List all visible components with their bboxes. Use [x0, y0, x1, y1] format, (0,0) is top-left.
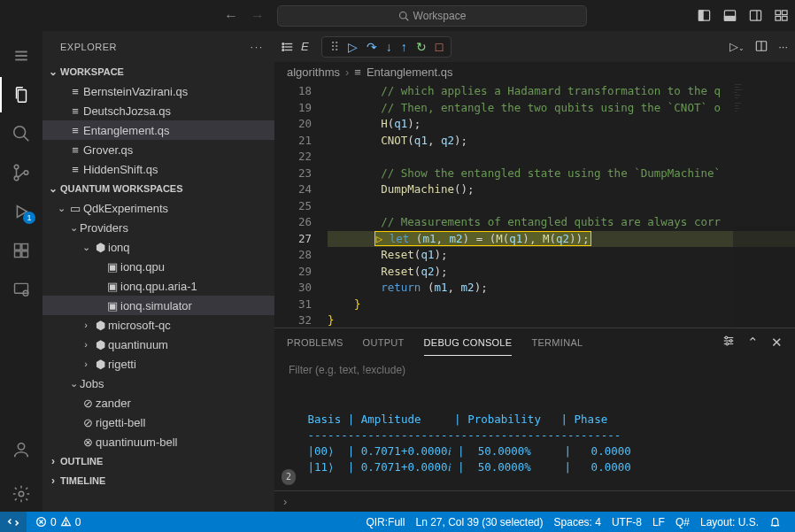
chevron-down-icon: ⌄ [46, 182, 60, 195]
provider-microsoft[interactable]: ›⬢microsoft-qc [42, 315, 274, 335]
svg-point-40 [725, 336, 728, 339]
job-item[interactable]: ⊗quantinuum-bell [42, 432, 274, 451]
target-item[interactable]: ▣ionq.simulator [42, 296, 274, 315]
target-item[interactable]: ▣ionq.qpu.aria-1 [42, 276, 274, 296]
status-errors[interactable]: 0 0 [30, 516, 86, 528]
status-bell-icon[interactable] [764, 516, 786, 528]
svg-rect-24 [22, 244, 28, 251]
layout-panel-icon[interactable] [723, 9, 737, 22]
source-control-icon[interactable] [0, 155, 42, 190]
console-filter-input[interactable] [287, 360, 783, 380]
status-profile[interactable]: QIR:Full [360, 516, 410, 528]
svg-point-32 [282, 42, 284, 44]
layout-secondary-icon[interactable] [749, 9, 762, 22]
provider-quantinuum[interactable]: ›⬢quantinuum [42, 335, 274, 354]
more-icon[interactable]: ··· [778, 40, 788, 53]
tab-label[interactable]: E [301, 40, 309, 53]
job-item[interactable]: ⊘rigetti-bell [42, 412, 274, 432]
provider-rigetti[interactable]: ›⬢rigetti [42, 354, 274, 374]
tab-debug-console[interactable]: DEBUG CONSOLE [424, 330, 513, 356]
target-item[interactable]: ▣ionq.qpu [42, 257, 274, 276]
tab-output[interactable]: OUTPUT [363, 330, 405, 355]
step-into-icon[interactable]: ↓ [383, 40, 395, 54]
account-icon[interactable] [0, 432, 42, 467]
nav-back-icon[interactable]: ← [224, 8, 238, 24]
repl-input[interactable]: › [274, 490, 795, 512]
nav-forward-icon[interactable]: → [251, 8, 265, 24]
list-icon[interactable] [282, 41, 294, 53]
breadcrumb-file[interactable]: Entanglement.qs [367, 66, 453, 79]
status-encoding[interactable]: UTF-8 [606, 516, 647, 528]
breadcrumb-folder[interactable]: algorithms [287, 66, 340, 79]
sidebar-more-icon[interactable]: ··· [251, 42, 264, 52]
settings-gear-icon[interactable] [0, 476, 42, 512]
section-workspace[interactable]: ⌄ WORKSPACE [42, 62, 274, 81]
status-eol[interactable]: LF [647, 516, 670, 528]
svg-point-27 [18, 443, 24, 450]
chevron-down-icon: ⌄ [46, 66, 60, 78]
step-out-icon[interactable]: ↑ [398, 40, 410, 54]
layout-primary-icon[interactable] [698, 9, 711, 22]
tab-problems[interactable]: PROBLEMS [287, 330, 343, 355]
file-item[interactable]: ≡DeutschJozsa.qs [42, 101, 274, 120]
extensions-icon[interactable] [0, 233, 42, 268]
svg-line-1 [405, 18, 408, 20]
workspace-node[interactable]: ⌄▭QdkExperiments [42, 198, 274, 218]
svg-rect-10 [776, 16, 781, 20]
panel-close-icon[interactable]: ✕ [771, 335, 783, 351]
search-activity-icon[interactable] [0, 116, 42, 151]
remote-explorer-icon[interactable] [0, 272, 42, 307]
debug-drag-icon[interactable]: ⠿ [328, 40, 342, 54]
provider-ionq[interactable]: ⌄⬢ionq [42, 237, 274, 257]
status-layout[interactable]: Layout: U.S. [695, 516, 764, 528]
section-quantum[interactable]: ⌄ QUANTUM WORKSPACES [42, 179, 274, 198]
file-item[interactable]: ≡Grover.qs [42, 140, 274, 159]
section-timeline[interactable]: › TIMELINE [42, 471, 274, 490]
svg-point-19 [24, 171, 28, 175]
section-outline[interactable]: › OUTLINE [42, 451, 274, 471]
remote-indicator[interactable] [0, 512, 27, 532]
file-item[interactable]: ≡HiddenShift.qs [42, 159, 274, 179]
panel-settings-icon[interactable] [722, 335, 735, 351]
status-spaces[interactable]: Spaces: 4 [549, 516, 606, 528]
file-item[interactable]: ≡BernsteinVazirani.qs [42, 81, 274, 101]
split-editor-icon[interactable] [755, 40, 768, 53]
step-over-icon[interactable]: ↷ [364, 40, 380, 54]
status-lang[interactable]: Q# [670, 516, 695, 528]
explorer-icon[interactable] [0, 77, 42, 112]
status-cursor[interactable]: Ln 27, Col 39 (30 selected) [410, 516, 548, 528]
file-item[interactable]: ≡Entanglement.qs [42, 120, 274, 140]
continue-icon[interactable]: ▷ [345, 40, 360, 54]
package-icon: ⬢ [92, 319, 108, 332]
stop-icon[interactable]: □ [433, 40, 445, 54]
job-item[interactable]: ⊘zander [42, 393, 274, 412]
svg-rect-23 [22, 251, 28, 258]
code-editor[interactable]: 181920212223242526▷272829303132 // which… [274, 81, 795, 328]
jobs-node[interactable]: ⌄Jobs [42, 374, 274, 393]
console-output[interactable]: Basis | Amplitude | Probability | Phase … [274, 385, 795, 490]
menu-icon[interactable] [0, 38, 42, 73]
file-icon: ≡ [67, 104, 83, 118]
chip-icon: ▣ [104, 299, 120, 312]
debug-icon[interactable]: 1 [0, 194, 42, 229]
breadcrumb[interactable]: algorithms › ≡ Entanglement.qs [274, 62, 795, 81]
check-circle-icon: ⊘ [80, 416, 96, 429]
command-center[interactable]: Workspace [277, 5, 587, 27]
search-placeholder: Workspace [413, 10, 467, 22]
restart-icon[interactable]: ↻ [413, 40, 429, 54]
minimap[interactable]: ▬▬▬▬▬▬▬▬▬▬▬▬▬▬▬▬▬▬▬▬▬▬▬▬▬▬▬▬▬▬▬▬▬▬▬▬▬▬▬▬… [733, 81, 795, 328]
package-icon: ⬢ [92, 241, 108, 254]
chevron-right-icon: › [80, 339, 92, 350]
run-icon[interactable]: ▷⌄ [729, 40, 745, 53]
svg-point-0 [399, 12, 406, 19]
chevron-right-icon: › [46, 474, 60, 487]
tab-terminal[interactable]: TERMINAL [531, 330, 583, 355]
code-content[interactable]: // which applies a Hadamard transformati… [328, 81, 795, 328]
svg-rect-21 [15, 244, 21, 251]
panel-maximize-icon[interactable]: ⌃ [747, 335, 759, 351]
svg-point-18 [14, 176, 19, 181]
providers-node[interactable]: ⌄Providers [42, 218, 274, 237]
svg-rect-8 [776, 11, 781, 15]
customize-layout-icon[interactable] [775, 9, 788, 22]
svg-rect-9 [782, 11, 787, 15]
